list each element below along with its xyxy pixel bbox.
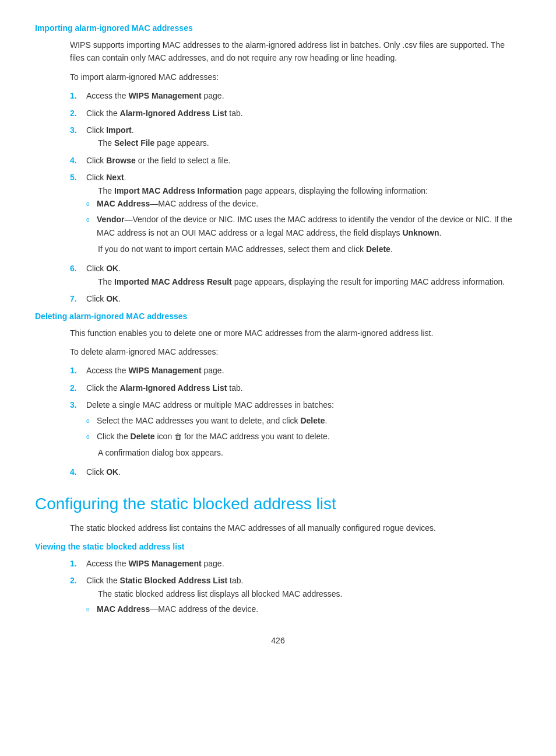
viewing-step-2: 2. Click the Static Blocked Address List… <box>70 574 521 618</box>
after-bullets: A confirmation dialog box appears. <box>98 446 521 459</box>
importing-step-7: 7. Click OK. <box>70 292 521 305</box>
step-num: 6. <box>70 262 86 288</box>
viewing-steps: 1. Access the WIPS Management page. 2. C… <box>70 557 521 619</box>
configuring-big-heading: Configuring the static blocked address l… <box>35 495 521 513</box>
importing-step-5: 5. Click Next. The Import MAC Address In… <box>70 171 521 258</box>
step-content: Click the Alarm-Ignored Address List tab… <box>86 382 521 394</box>
bullet-icon: o <box>86 603 97 615</box>
after-bullets: If you do not want to import certain MAC… <box>98 243 521 256</box>
step-sub: The Imported MAC Address Result page app… <box>98 277 505 286</box>
importing-pre-steps: To import alarm-ignored MAC addresses: <box>70 71 521 83</box>
step-content: Delete a single MAC address or multiple … <box>86 398 521 461</box>
step-num: 1. <box>70 89 86 102</box>
importing-intro: WIPS supports importing MAC addresses to… <box>70 38 521 65</box>
step-content: Click Browse or the field to select a fi… <box>86 154 521 167</box>
importing-step-6: 6. Click OK. The Imported MAC Address Re… <box>70 262 521 288</box>
bullet-text: Select the MAC addresses you want to del… <box>97 414 327 427</box>
importing-heading: Importing alarm-ignored MAC addresses <box>35 23 521 33</box>
step-content: Access the WIPS Management page. <box>86 557 521 570</box>
step-sub: The static blocked address list displays… <box>98 589 342 598</box>
deleting-step-3: 3. Delete a single MAC address or multip… <box>70 398 521 461</box>
deleting-step-2: 2. Click the Alarm-Ignored Address List … <box>70 382 521 394</box>
viewing-heading: Viewing the static blocked address list <box>35 542 521 551</box>
bullet-item: o Select the MAC addresses you want to d… <box>86 414 521 427</box>
step-num: 2. <box>70 107 86 120</box>
step-content: Click the Alarm-Ignored Address List tab… <box>86 107 521 120</box>
page-content: Importing alarm-ignored MAC addresses WI… <box>35 23 521 645</box>
deleting-intro: This function enables you to delete one … <box>70 327 521 340</box>
step-bullets: o MAC Address—MAC address of the device.… <box>86 197 521 239</box>
viewing-subsection: Viewing the static blocked address list … <box>35 542 521 619</box>
step-num: 4. <box>70 154 86 167</box>
step-num: 7. <box>70 292 86 305</box>
deleting-steps: 1. Access the WIPS Management page. 2. C… <box>70 364 521 478</box>
bullet-icon: o <box>86 430 97 443</box>
importing-step-3: 3. Click Import. The Select File page ap… <box>70 124 521 150</box>
step-content: Click OK. The Imported MAC Address Resul… <box>86 262 521 288</box>
step-sub: The Select File page appears. <box>98 138 209 148</box>
step-num: 2. <box>70 574 86 618</box>
step-num: 1. <box>70 364 86 377</box>
bullet-icon: o <box>86 213 97 239</box>
importing-step-4: 4. Click Browse or the field to select a… <box>70 154 521 167</box>
importing-steps: 1. Access the WIPS Management page. 2. C… <box>70 89 521 305</box>
configuring-intro: The static blocked address list contains… <box>70 522 521 534</box>
importing-step-1: 1. Access the WIPS Management page. <box>70 89 521 102</box>
step-num: 4. <box>70 466 86 478</box>
deleting-step-1: 1. Access the WIPS Management page. <box>70 364 521 377</box>
step-content: Click Next. The Import MAC Address Infor… <box>86 171 521 258</box>
bullet-item: o Vendor—Vendor of the device or NIC. IM… <box>86 213 521 239</box>
bullet-text: MAC Address—MAC address of the device. <box>97 197 258 210</box>
bullet-text: Vendor—Vendor of the device or NIC. IMC … <box>97 213 521 239</box>
page-number: 426 <box>35 636 521 645</box>
bullet-icon: o <box>86 197 97 210</box>
step-num: 3. <box>70 124 86 150</box>
step-num: 2. <box>70 382 86 394</box>
configuring-section: Configuring the static blocked address l… <box>35 495 521 618</box>
step-content: Click OK. <box>86 292 521 305</box>
step-bullets: o Select the MAC addresses you want to d… <box>86 414 521 443</box>
step-content: Click OK. <box>86 466 521 478</box>
deleting-step-4: 4. Click OK. <box>70 466 521 478</box>
step-num: 3. <box>70 398 86 461</box>
bullet-text: Click the Delete icon 🗑 for the MAC addr… <box>97 430 330 443</box>
step-content: Click the Static Blocked Address List ta… <box>86 574 521 618</box>
importing-section: Importing alarm-ignored MAC addresses WI… <box>35 23 521 306</box>
step-sub: The Import MAC Address Information page … <box>98 186 428 195</box>
step-content: Access the WIPS Management page. <box>86 89 521 102</box>
deleting-heading: Deleting alarm-ignored MAC addresses <box>35 312 521 321</box>
step-num: 5. <box>70 171 86 258</box>
step-bullets: o MAC Address—MAC address of the device. <box>86 603 521 615</box>
deleting-section: Deleting alarm-ignored MAC addresses Thi… <box>35 312 521 479</box>
bullet-item: o MAC Address—MAC address of the device. <box>86 197 521 210</box>
bullet-item: o Click the Delete icon 🗑 for the MAC ad… <box>86 430 521 443</box>
step-content: Access the WIPS Management page. <box>86 364 521 377</box>
bullet-icon: o <box>86 414 97 427</box>
bullet-text: MAC Address—MAC address of the device. <box>97 603 258 615</box>
deleting-pre-steps: To delete alarm-ignored MAC addresses: <box>70 345 521 358</box>
trash-icon: 🗑 <box>174 431 182 443</box>
viewing-step-1: 1. Access the WIPS Management page. <box>70 557 521 570</box>
importing-step-2: 2. Click the Alarm-Ignored Address List … <box>70 107 521 120</box>
bullet-item: o MAC Address—MAC address of the device. <box>86 603 521 615</box>
step-content: Click Import. The Select File page appea… <box>86 124 521 150</box>
step-num: 1. <box>70 557 86 570</box>
